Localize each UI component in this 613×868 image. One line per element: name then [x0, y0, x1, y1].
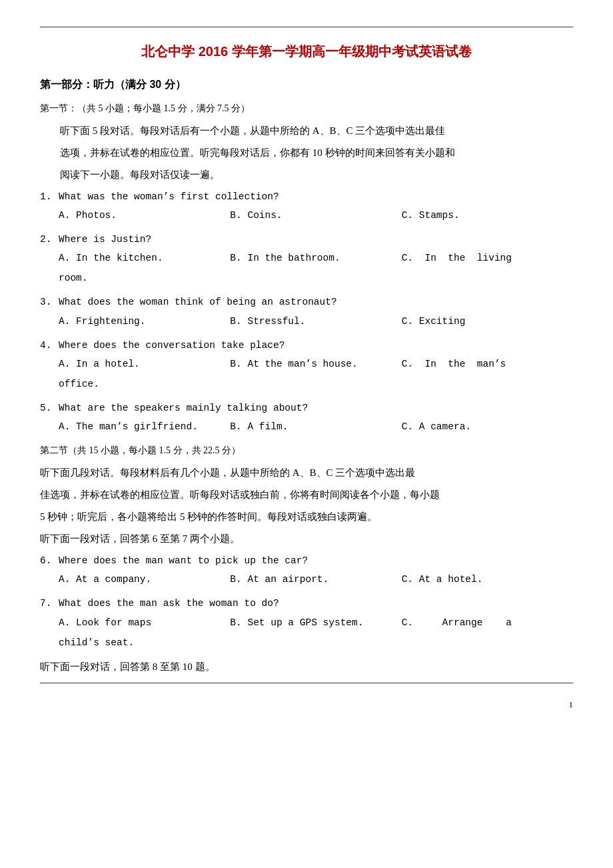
q5-options: A. The man’s girlfriend. B. A film. C. A… [59, 418, 573, 435]
question-1: 1. What was the woman’s first collection… [40, 188, 573, 224]
q3-optA: A. Frightening. [59, 313, 230, 330]
q3-optC: C. Exciting [402, 313, 573, 330]
q6-optB: B. At an airport. [230, 571, 401, 588]
q6-optA: A. At a company. [59, 571, 230, 588]
question-3: 3. What does the woman think of being an… [40, 293, 573, 329]
page-number: 1 [40, 697, 573, 712]
q4-optC: C. In the man’s [402, 355, 573, 373]
page-title: 北仑中学 2016 学年第一学期高一年级期中考试英语试卷 [40, 39, 573, 63]
q4-optB: B. At the man’s house. [230, 355, 401, 373]
q1-optB: B. Coins. [230, 207, 401, 224]
q7-text: What does the man ask the woman to do? [59, 595, 573, 612]
q7-num: 7. [40, 595, 59, 612]
q4-overflow: office. [59, 375, 573, 393]
dialog1-intro: 听下面一段对话，回答第 6 至第 7 两个小题。 [40, 530, 573, 548]
q5-optB: B. A film. [230, 418, 401, 435]
bottom-divider [40, 683, 573, 683]
q5-optA: A. The man’s girlfriend. [59, 418, 230, 435]
top-divider [40, 27, 573, 27]
q6-num: 6. [40, 552, 59, 569]
section1-instruction3: 阅读下一小题。每段对话仅读一遍。 [40, 166, 573, 184]
q4-num: 4. [40, 337, 59, 354]
q7-optB: B. Set up a GPS system. [230, 614, 401, 631]
part1-header: 第一部分：听力（满分 30 分） [40, 75, 573, 95]
q7-options: A. Look for maps B. Set up a GPS system.… [59, 614, 573, 631]
dialog2-intro: 听下面一段对话，回答第 8 至第 10 题。 [40, 658, 573, 676]
q6-options: A. At a company. B. At an airport. C. At… [59, 571, 573, 588]
q4-text: Where does the conversation take place? [59, 337, 573, 354]
q2-optA: A. In the kitchen. [59, 249, 230, 267]
section1-instruction1: 听下面 5 段对话。每段对话后有一个小题，从题中所给的 A、B、C 三个选项中选… [40, 122, 573, 140]
q6-text: Where does the man want to pick up the c… [59, 552, 573, 569]
q2-optC: C. In the living [402, 249, 573, 267]
q7-overflow: child’s seat. [59, 634, 573, 651]
section2-note: 第二节（共 15 小题，每小题 1.5 分，共 22.5 分） [40, 442, 573, 459]
q5-num: 5. [40, 399, 59, 417]
q2-overflow: room. [59, 269, 573, 287]
section1-note: 第一节：（共 5 小题；每小题 1.5 分，满分 7.5 分） [40, 100, 573, 117]
q3-num: 3. [40, 293, 59, 311]
question-6: 6. Where does the man want to pick up th… [40, 552, 573, 588]
question-5: 5. What are the speakers mainly talking … [40, 399, 573, 435]
q3-optB: B. Stressful. [230, 313, 401, 330]
question-4: 4. Where does the conversation take plac… [40, 337, 573, 393]
q2-num: 2. [40, 231, 59, 248]
q7-optC: C. Arrange a [402, 614, 573, 631]
q3-options: A. Frightening. B. Stressful. C. Excitin… [59, 313, 573, 330]
q1-optA: A. Photos. [59, 207, 230, 224]
q6-optC: C. At a hotel. [402, 571, 573, 588]
q1-num: 1. [40, 188, 59, 205]
question-7: 7. What does the man ask the woman to do… [40, 595, 573, 651]
section2-instruction1: 听下面几段对话。每段材料后有几个小题，从题中所给的 A、B、C 三个选项中选出最 [40, 464, 573, 482]
q2-optB: B. In the bathroom. [230, 249, 401, 267]
question-2: 2. Where is Justin? A. In the kitchen. B… [40, 231, 573, 287]
q1-text: What was the woman’s first collection? [59, 188, 573, 205]
q3-text: What does the woman think of being an as… [59, 293, 573, 311]
q1-options: A. Photos. B. Coins. C. Stamps. [59, 207, 573, 224]
section2-instruction3: 5 秒钟；听完后，各小题将给出 5 秒钟的作答时间。每段对话或独白读两遍。 [40, 508, 573, 526]
section1-instruction2: 选项，并标在试卷的相应位置。听完每段对话后，你都有 10 秒钟的时间来回答有关小… [40, 144, 573, 162]
q4-options: A. In a hotel. B. At the man’s house. C.… [59, 355, 573, 373]
q1-optC: C. Stamps. [402, 207, 573, 224]
q4-optA: A. In a hotel. [59, 355, 230, 373]
q5-text: What are the speakers mainly talking abo… [59, 399, 573, 417]
section2-instruction2: 佳选项，并标在试卷的相应位置。听每段对话或独白前，你将有时间阅读各个小题，每小题 [40, 486, 573, 504]
q7-optA: A. Look for maps [59, 614, 230, 631]
q5-optC: C. A camera. [402, 418, 573, 435]
q2-text: Where is Justin? [59, 231, 573, 248]
q2-options: A. In the kitchen. B. In the bathroom. C… [59, 249, 573, 267]
